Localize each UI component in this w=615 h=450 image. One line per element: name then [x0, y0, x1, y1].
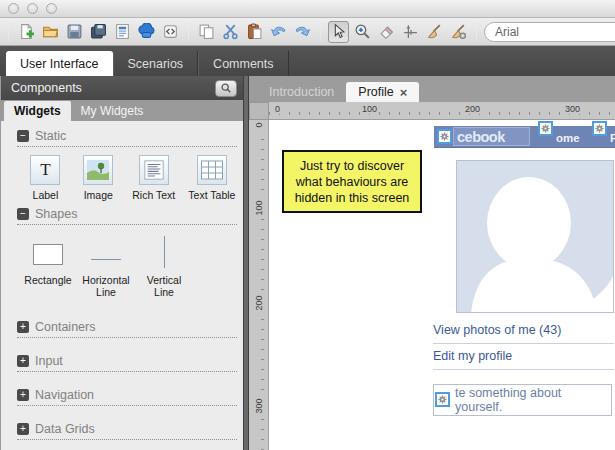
expand-icon[interactable]: + [17, 423, 29, 435]
page-tab-introduction[interactable]: Introduction [257, 82, 346, 102]
snap-guides-tool-button[interactable] [400, 21, 421, 43]
expand-icon[interactable]: + [17, 321, 29, 333]
font-family-select[interactable]: Arial [484, 22, 615, 42]
gear-icon [595, 124, 604, 133]
toolbar-separator [8, 23, 9, 41]
widget-rectangle[interactable]: Rectangle [23, 233, 73, 298]
paste-button[interactable] [244, 21, 265, 43]
ruler-tick-label: 0 [273, 104, 282, 114]
save-button[interactable] [64, 21, 85, 43]
collapse-icon[interactable]: − [17, 208, 29, 220]
undo-button[interactable] [268, 21, 289, 43]
minimize-window-button[interactable] [27, 3, 38, 14]
ruler-tick-label: 100 [254, 199, 264, 217]
zoom-in-icon [354, 23, 371, 40]
expand-icon[interactable]: + [17, 355, 29, 367]
divider [433, 343, 614, 344]
page-tab-profile[interactable]: Profile × [346, 82, 419, 102]
label-widget-icon: T [40, 160, 50, 180]
section-header-navigation[interactable]: + Navigation [17, 388, 237, 406]
mockup-about-textbox[interactable]: te something about yourself. [433, 384, 612, 416]
mockup-menu-home[interactable]: ome [556, 132, 580, 144]
search-components-button[interactable] [215, 80, 237, 97]
mockup-profile-picture[interactable] [456, 160, 614, 313]
mockup-link-view-photos[interactable]: View photos of me (43) [433, 323, 561, 337]
section-label: Navigation [35, 388, 94, 402]
font-family-value: Arial [495, 25, 519, 39]
tab-widgets[interactable]: Widgets [4, 101, 71, 121]
tab-label: User Interface [20, 57, 99, 71]
zoom-tool-button[interactable] [352, 21, 373, 43]
tab-scenarios[interactable]: Scenarios [113, 51, 199, 76]
gear-icon [541, 124, 550, 133]
tab-label: Profile [358, 85, 393, 99]
clean-tool-button[interactable] [424, 21, 445, 43]
mockup-menu-profile[interactable]: Pr [610, 132, 615, 144]
behavior-badge[interactable] [592, 121, 607, 136]
zoom-window-button[interactable] [46, 3, 57, 14]
save-all-icon [90, 23, 107, 40]
export-image-icon [138, 23, 155, 40]
eraser-icon [378, 23, 395, 40]
mockup-logo[interactable]: cebook [453, 127, 530, 146]
widgets-list: − Static T Label Image Rich Text [1, 121, 243, 450]
ruler-tick-label: 300 [563, 104, 582, 114]
tab-user-interface[interactable]: User Interface [6, 51, 113, 76]
widget-vertical-line[interactable]: Vertical Line [139, 233, 189, 298]
toolbar-separator [320, 23, 321, 41]
widget-image[interactable]: Image [76, 155, 121, 201]
titlebar [0, 0, 615, 18]
section-label: Shapes [35, 207, 77, 221]
about-placeholder-text: te something about yourself. [455, 386, 611, 414]
close-window-button[interactable] [8, 3, 19, 14]
widget-text-table[interactable]: Text Table [187, 155, 237, 201]
collapse-icon[interactable]: − [17, 130, 29, 142]
section-label: Containers [35, 320, 95, 334]
ruler-tick-label: 200 [254, 294, 264, 312]
snap-guides-icon [402, 23, 419, 40]
open-folder-icon [42, 23, 59, 40]
cut-button[interactable] [220, 21, 241, 43]
ruler-tick-label: 200 [463, 104, 482, 114]
redo-button[interactable] [292, 21, 313, 43]
section-header-containers[interactable]: + Containers [17, 320, 237, 338]
copy-icon [198, 23, 215, 40]
undo-icon [270, 23, 287, 40]
sticky-note[interactable]: Just try to discover what behaviours are… [282, 150, 422, 213]
section-header-data-grids[interactable]: + Data Grids [17, 422, 237, 440]
widget-rich-text[interactable]: Rich Text [129, 155, 179, 201]
section-header-static[interactable]: − Static [17, 129, 237, 147]
horizontal-ruler: 0 100 200 300 [269, 102, 615, 120]
close-tab-icon[interactable]: × [400, 86, 408, 99]
widget-horizontal-line[interactable]: Horizontal Line [81, 233, 131, 298]
mockup-facebook-header[interactable]: cebook ome Pr [434, 126, 615, 148]
tab-label: Comments [213, 57, 273, 71]
pointer-tool-button[interactable] [328, 21, 349, 43]
save-icon [66, 23, 83, 40]
clean-all-tool-button[interactable] [448, 21, 469, 43]
design-canvas[interactable]: Just try to discover what behaviours are… [269, 120, 615, 450]
section-header-input[interactable]: + Input [17, 354, 237, 372]
expand-icon[interactable]: + [17, 389, 29, 401]
save-all-button[interactable] [88, 21, 109, 43]
tab-comments[interactable]: Comments [198, 51, 288, 76]
eraser-tool-button[interactable] [376, 21, 397, 43]
new-file-button[interactable] [16, 21, 37, 43]
open-button[interactable] [40, 21, 61, 43]
tab-my-widgets[interactable]: My Widgets [71, 101, 154, 121]
section-header-shapes[interactable]: − Shapes [17, 207, 237, 225]
code-export-button[interactable] [160, 21, 181, 43]
section-items-static: T Label Image Rich Text Text Table [17, 147, 237, 207]
tab-label: My Widgets [81, 104, 144, 118]
behavior-badge[interactable] [538, 121, 553, 136]
report-icon [114, 23, 131, 40]
copy-button[interactable] [196, 21, 217, 43]
horizontal-line-widget-icon [91, 259, 121, 260]
mockup-link-edit-profile[interactable]: Edit my profile [433, 349, 512, 363]
widget-label[interactable]: T Label [23, 155, 68, 201]
code-export-icon [162, 23, 179, 40]
behavior-badge[interactable] [437, 129, 452, 144]
behavior-badge[interactable] [435, 392, 450, 407]
export-button[interactable] [136, 21, 157, 43]
report-button[interactable] [112, 21, 133, 43]
